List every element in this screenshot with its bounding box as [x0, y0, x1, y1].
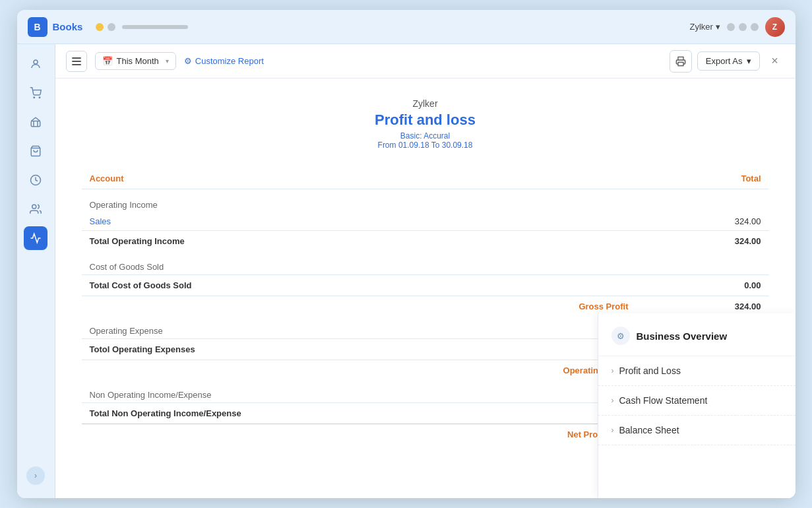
- sales-link[interactable]: Sales: [82, 212, 631, 231]
- report-subtitle-2: From 01.09.18 To 30.09.18: [82, 141, 769, 150]
- title-bar-right: Zylker ▾ Z: [690, 17, 785, 37]
- hamburger-line-3: [72, 64, 81, 65]
- svg-point-0: [34, 60, 38, 64]
- hamburger-line-1: [72, 57, 81, 59]
- traffic-gray: [108, 23, 115, 31]
- sidebar-item-shopping[interactable]: [24, 139, 47, 163]
- business-overview-panel: ⚙ Business Overview › Profit and Loss › …: [598, 313, 796, 498]
- customize-report-link[interactable]: ⚙ Customize Report: [184, 56, 264, 66]
- traffic-lights: [96, 23, 115, 31]
- side-panel-item-balance-sheet[interactable]: › Balance Sheet: [598, 416, 796, 445]
- total-operating-income-row: Total Operating Income 324.00: [82, 231, 769, 252]
- date-filter-dropdown[interactable]: 📅 This Month ▾: [95, 52, 176, 70]
- export-chevron-icon: ▾: [747, 56, 751, 66]
- customize-label: Customize Report: [195, 56, 264, 66]
- svg-rect-3: [31, 121, 40, 127]
- user-name[interactable]: Zylker ▾: [690, 22, 720, 32]
- export-label: Export As: [706, 56, 743, 66]
- customize-icon: ⚙: [184, 56, 192, 66]
- section-cogs-header: Cost of Goods Sold: [82, 251, 769, 275]
- win-btn-1: [727, 23, 735, 31]
- app-window: B Books Zylker ▾ Z: [17, 10, 796, 498]
- gross-profit-row: Gross Profit 324.00: [82, 296, 769, 316]
- sidebar-item-cart[interactable]: [24, 81, 47, 105]
- title-bar: B Books Zylker ▾ Z: [17, 10, 796, 44]
- svg-point-2: [39, 97, 40, 98]
- win-btn-2: [739, 23, 747, 31]
- win-btn-3: [751, 23, 759, 31]
- svg-rect-9: [678, 62, 683, 65]
- app-logo: B Books: [28, 17, 83, 37]
- window-controls: [727, 23, 759, 31]
- side-panel-item-cash-flow[interactable]: › Cash Flow Statement: [598, 386, 796, 416]
- sidebar: ›: [17, 44, 55, 498]
- side-panel-header: ⚙ Business Overview: [598, 327, 796, 356]
- hamburger-button[interactable]: [66, 51, 87, 72]
- chevron-right-icon: ›: [611, 366, 614, 375]
- side-panel-title: Business Overview: [637, 331, 728, 342]
- sidebar-item-team[interactable]: [24, 197, 47, 221]
- side-panel-header-icon: ⚙: [611, 327, 630, 345]
- sidebar-item-banking[interactable]: [24, 110, 47, 134]
- side-panel-label: Balance Sheet: [619, 425, 679, 435]
- col-account: Account: [82, 168, 631, 189]
- export-button[interactable]: Export As ▾: [697, 51, 760, 71]
- svg-point-8: [32, 205, 36, 208]
- toolbar: 📅 This Month ▾ ⚙ Customize Report Export…: [55, 44, 796, 79]
- logo-icon: B: [28, 17, 47, 37]
- close-button[interactable]: ×: [765, 51, 785, 71]
- section-operating-income-header: Operating Income: [82, 189, 769, 213]
- report-subtitle-1: Basic: Accural: [82, 131, 769, 141]
- chevron-right-icon: ›: [611, 396, 614, 405]
- date-filter-label: This Month: [117, 56, 159, 66]
- total-cogs-row: Total Cost of Goods Sold 0.00: [82, 275, 769, 296]
- sidebar-item-time[interactable]: [24, 168, 47, 192]
- col-total: Total: [631, 168, 769, 189]
- sidebar-item-reports[interactable]: [24, 226, 47, 250]
- chevron-right-icon: ›: [611, 426, 614, 435]
- print-button[interactable]: [670, 50, 692, 73]
- side-panel-label: Cash Flow Statement: [619, 395, 708, 406]
- side-panel-item-profit-loss[interactable]: › Profit and Loss: [598, 356, 796, 386]
- table-row: Sales 324.00: [82, 212, 769, 231]
- calendar-icon: 📅: [102, 56, 113, 66]
- app-name: Books: [53, 21, 83, 32]
- traffic-yellow: [96, 23, 104, 31]
- side-panel-label: Profit and Loss: [619, 365, 681, 376]
- loader-bar: [122, 25, 188, 29]
- avatar: Z: [765, 17, 785, 37]
- report-header: Zylker Profit and loss Basic: Accural Fr…: [82, 98, 769, 150]
- svg-point-1: [34, 97, 35, 98]
- hamburger-line-2: [72, 61, 81, 62]
- chevron-down-icon: ▾: [166, 57, 169, 65]
- sidebar-item-contacts[interactable]: [24, 52, 47, 76]
- report-company: Zylker: [82, 98, 769, 109]
- sidebar-expand-button[interactable]: ›: [26, 466, 45, 485]
- toolbar-right: Export As ▾ ×: [670, 50, 785, 73]
- report-title: Profit and loss: [82, 111, 769, 129]
